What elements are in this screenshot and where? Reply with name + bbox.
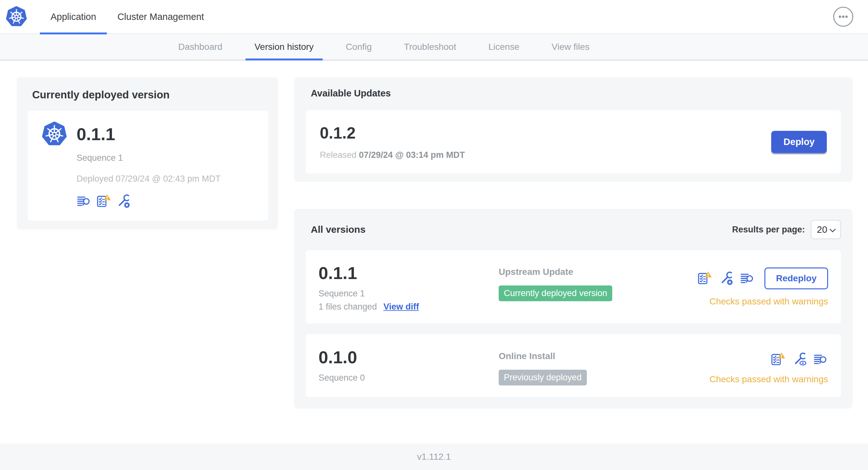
- deploy-logs-icon[interactable]: [740, 271, 755, 286]
- right-column: Available Updates 0.1.2 Released 07/29/2…: [294, 77, 852, 409]
- results-per-page-value: 20: [817, 224, 827, 235]
- version-row-0-1-1: 0.1.1 Sequence 1 1 files changed View di…: [306, 250, 841, 324]
- ellipsis-icon: [833, 24, 854, 28]
- main-content: Currently deployed version: [0, 61, 868, 409]
- results-per-page-select[interactable]: 20: [811, 220, 841, 239]
- subnav-item-license[interactable]: License: [488, 34, 520, 60]
- row-sequence: Sequence 1: [318, 289, 499, 299]
- preflight-status-text: Checks passed with warnings: [709, 374, 828, 384]
- console-version: v1.112.1: [417, 452, 451, 462]
- tab-application-label: Application: [51, 11, 96, 22]
- top-nav: Application Cluster Management: [0, 0, 868, 34]
- row-files-changed: 1 files changed: [318, 302, 377, 312]
- chevron-down-icon: [829, 224, 836, 235]
- update-version-number: 0.1.2: [320, 124, 465, 142]
- update-released-line: Released 07/29/24 @ 03:14 pm MDT: [320, 150, 465, 160]
- row-source-label: Online Install: [499, 351, 709, 361]
- currently-deployed-badge: Currently deployed version: [499, 286, 612, 301]
- all-versions-panel: All versions Results per page: 20 0.1.1 …: [294, 209, 852, 409]
- subnav-label-dashboard: Dashboard: [178, 42, 222, 52]
- deployed-sequence: Sequence 1: [76, 153, 257, 163]
- subnav-item-view-files[interactable]: View files: [551, 34, 590, 60]
- preflight-checks-warning-icon[interactable]: [697, 271, 712, 286]
- subnav-item-troubleshoot[interactable]: Troubleshoot: [403, 34, 457, 60]
- subnav-label-troubleshoot: Troubleshoot: [404, 42, 456, 52]
- row-version-number: 0.1.1: [318, 263, 499, 283]
- results-per-page-label: Results per page:: [732, 225, 805, 235]
- available-updates-title: Available Updates: [311, 88, 841, 99]
- deployed-timestamp: Deployed 07/29/24 @ 02:43 pm MDT: [76, 174, 257, 184]
- deployed-version-card: 0.1.1 Sequence 1 Deployed 07/29/24 @ 02:…: [28, 110, 268, 221]
- tab-cluster-management[interactable]: Cluster Management: [107, 0, 215, 34]
- view-config-icon[interactable]: [792, 352, 807, 367]
- subnav-label-view-files: View files: [551, 42, 589, 52]
- kubernetes-logo-icon: [6, 6, 27, 27]
- currently-deployed-title: Currently deployed version: [32, 89, 268, 101]
- released-timestamp: 07/29/24 @ 03:14 pm MDT: [359, 150, 465, 160]
- all-versions-title: All versions: [311, 224, 366, 235]
- redeploy-button[interactable]: Redeploy: [765, 267, 828, 289]
- row-source-label: Upstream Update: [499, 267, 697, 277]
- edit-config-icon[interactable]: [719, 271, 734, 286]
- row-sequence: Sequence 0: [318, 373, 499, 383]
- subnav-label-config: Config: [346, 42, 372, 52]
- app-sub-nav: Dashboard Version history Config Trouble…: [0, 34, 868, 61]
- previously-deployed-badge: Previously deployed: [499, 370, 587, 385]
- view-diff-link[interactable]: View diff: [383, 302, 419, 312]
- edit-config-icon[interactable]: [116, 194, 131, 209]
- subnav-label-license: License: [488, 42, 520, 52]
- currently-deployed-panel: Currently deployed version: [17, 77, 278, 230]
- preflight-checks-warning-icon[interactable]: [96, 194, 111, 209]
- released-label: Released: [320, 150, 356, 160]
- deploy-logs-icon[interactable]: [76, 194, 91, 209]
- preflight-status-text: Checks passed with warnings: [709, 296, 828, 307]
- ellipsis-menu-button[interactable]: [833, 6, 854, 27]
- subnav-label-version-history: Version history: [254, 42, 314, 52]
- preflight-checks-warning-icon[interactable]: [770, 352, 786, 367]
- deploy-logs-icon[interactable]: [813, 352, 828, 367]
- row-version-number: 0.1.0: [318, 347, 499, 367]
- subnav-item-version-history[interactable]: Version history: [254, 34, 314, 60]
- kubernetes-app-icon: [42, 122, 67, 146]
- subnav-item-dashboard[interactable]: Dashboard: [178, 34, 223, 60]
- tab-cluster-management-label: Cluster Management: [117, 11, 204, 22]
- subnav-item-config[interactable]: Config: [345, 34, 373, 60]
- footer: v1.112.1: [0, 444, 868, 470]
- update-card: 0.1.2 Released 07/29/24 @ 03:14 pm MDT D…: [306, 110, 841, 174]
- version-row-0-1-0: 0.1.0 Sequence 0 Online Install Previous…: [306, 334, 841, 397]
- deploy-button[interactable]: Deploy: [771, 131, 827, 153]
- deployed-version-number: 0.1.1: [76, 124, 115, 144]
- available-updates-panel: Available Updates 0.1.2 Released 07/29/2…: [294, 77, 852, 182]
- tab-application[interactable]: Application: [40, 0, 107, 34]
- results-per-page: Results per page: 20: [732, 220, 841, 239]
